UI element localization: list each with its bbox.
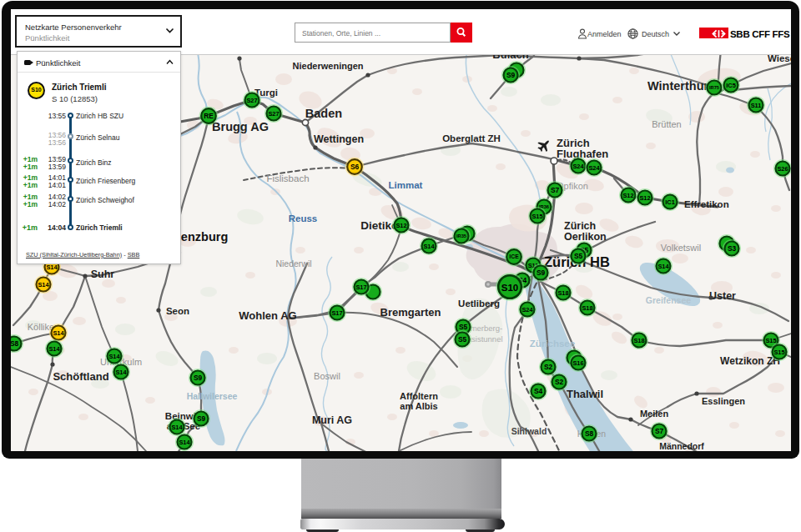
- svg-text:S15: S15: [765, 337, 776, 344]
- svg-text:S14: S14: [115, 369, 127, 376]
- svg-text:Wettingen: Wettingen: [314, 133, 364, 145]
- svg-text:S16: S16: [572, 359, 583, 367]
- svg-text:S5: S5: [574, 252, 583, 260]
- svg-text:Sihlwald: Sihlwald: [511, 426, 547, 436]
- svg-text:S18: S18: [582, 304, 592, 312]
- svg-text:Winterthur: Winterthur: [647, 79, 709, 93]
- svg-text:Niederweningen: Niederweningen: [293, 61, 364, 71]
- svg-text:S17: S17: [331, 309, 342, 317]
- svg-text:S15: S15: [773, 349, 784, 356]
- svg-text:Zürichsee: Zürichsee: [530, 339, 575, 349]
- svg-text:S14: S14: [423, 243, 435, 250]
- svg-text:S6: S6: [350, 163, 360, 171]
- svg-text:Reuss: Reuss: [289, 213, 318, 223]
- svg-text:S24: S24: [572, 163, 584, 170]
- svg-text:S5: S5: [458, 335, 467, 344]
- svg-text:Oberglatt ZH: Oberglatt ZH: [442, 133, 501, 143]
- svg-text:Affoltern: Affoltern: [400, 391, 438, 401]
- svg-text:Männedorf: Männedorf: [659, 441, 704, 451]
- svg-text:S2: S2: [555, 378, 564, 386]
- svg-text:Uetliberg: Uetliberg: [458, 299, 500, 309]
- svg-text:Muri AG: Muri AG: [312, 414, 352, 426]
- svg-text:RE: RE: [204, 112, 214, 120]
- svg-text:Brugg AG: Brugg AG: [212, 120, 269, 133]
- svg-text:Greifensee: Greifensee: [646, 295, 691, 305]
- svg-text:S14: S14: [53, 329, 64, 337]
- svg-text:S14: S14: [48, 345, 60, 353]
- svg-text:S8: S8: [585, 429, 594, 438]
- svg-text:S7: S7: [655, 427, 664, 435]
- svg-text:Volketswil: Volketswil: [661, 243, 701, 253]
- svg-text:Fislisbach: Fislisbach: [266, 173, 309, 183]
- svg-text:S26: S26: [777, 165, 788, 173]
- svg-text:S9: S9: [197, 414, 206, 423]
- svg-text:Effretikon: Effretikon: [684, 199, 729, 209]
- svg-text:am Albis: am Albis: [400, 401, 437, 411]
- svg-text:S14: S14: [108, 353, 120, 360]
- svg-text:S8: S8: [11, 339, 18, 348]
- svg-text:IC1: IC1: [665, 198, 675, 206]
- svg-text:IR75: IR75: [709, 85, 719, 90]
- svg-text:S12: S12: [639, 194, 650, 202]
- svg-text:Uster: Uster: [709, 290, 736, 302]
- svg-text:S18: S18: [557, 289, 568, 297]
- svg-text:S12: S12: [622, 192, 633, 199]
- svg-text:S11: S11: [751, 102, 762, 109]
- svg-text:Niederwil: Niederwil: [275, 258, 311, 269]
- svg-text:Esslingen: Esslingen: [702, 396, 745, 406]
- svg-text:IC5: IC5: [726, 82, 736, 89]
- svg-text:S9: S9: [537, 269, 546, 277]
- svg-text:S18: S18: [633, 337, 644, 344]
- svg-text:S17: S17: [355, 284, 366, 291]
- svg-text:S10: S10: [501, 283, 518, 293]
- svg-text:Meilen: Meilen: [640, 409, 669, 419]
- svg-text:S4: S4: [534, 387, 543, 395]
- svg-text:S14: S14: [179, 439, 190, 446]
- svg-text:Hallwilersee: Hallwilersee: [187, 391, 238, 401]
- svg-text:S7: S7: [551, 186, 560, 194]
- svg-text:Thalwil: Thalwil: [567, 388, 603, 400]
- svg-text:S27: S27: [246, 97, 257, 104]
- svg-text:S15: S15: [531, 213, 542, 220]
- svg-text:S2: S2: [544, 363, 553, 371]
- svg-text:Bülach: Bülach: [492, 55, 528, 61]
- svg-text:Baden: Baden: [305, 107, 342, 120]
- svg-text:ICE: ICE: [509, 253, 519, 259]
- svg-text:S9: S9: [194, 374, 203, 382]
- svg-text:Brütten: Brütten: [652, 119, 681, 129]
- svg-text:S24: S24: [588, 164, 600, 172]
- svg-text:S27: S27: [268, 110, 279, 118]
- svg-text:Lenzburg: Lenzburg: [174, 230, 228, 243]
- svg-text:S14: S14: [38, 281, 49, 289]
- svg-text:Bremgarten: Bremgarten: [380, 306, 441, 319]
- svg-text:Seon: Seon: [166, 306, 189, 316]
- svg-text:Wetzikon ZH: Wetzikon ZH: [720, 355, 780, 367]
- svg-text:Wohlen AG: Wohlen AG: [239, 309, 296, 322]
- svg-text:S24: S24: [521, 306, 533, 314]
- svg-text:Boswil: Boswil: [314, 371, 340, 381]
- svg-text:S14: S14: [171, 424, 183, 431]
- svg-text:Oerlikon: Oerlikon: [564, 231, 607, 243]
- svg-text:Wiesend: Wiesend: [768, 55, 791, 63]
- svg-text:Limmat: Limmat: [389, 180, 423, 190]
- svg-text:S14: S14: [46, 263, 58, 271]
- svg-text:S5: S5: [459, 323, 468, 331]
- svg-text:S12: S12: [395, 222, 406, 229]
- svg-text:Suhr: Suhr: [91, 269, 115, 280]
- svg-text:IR35: IR35: [456, 233, 466, 238]
- svg-text:S3: S3: [728, 244, 737, 253]
- svg-text:S9: S9: [506, 71, 516, 79]
- svg-text:S14: S14: [657, 263, 669, 270]
- svg-text:Zürich: Zürich: [564, 220, 596, 232]
- svg-text:Schöftland: Schöftland: [53, 370, 108, 383]
